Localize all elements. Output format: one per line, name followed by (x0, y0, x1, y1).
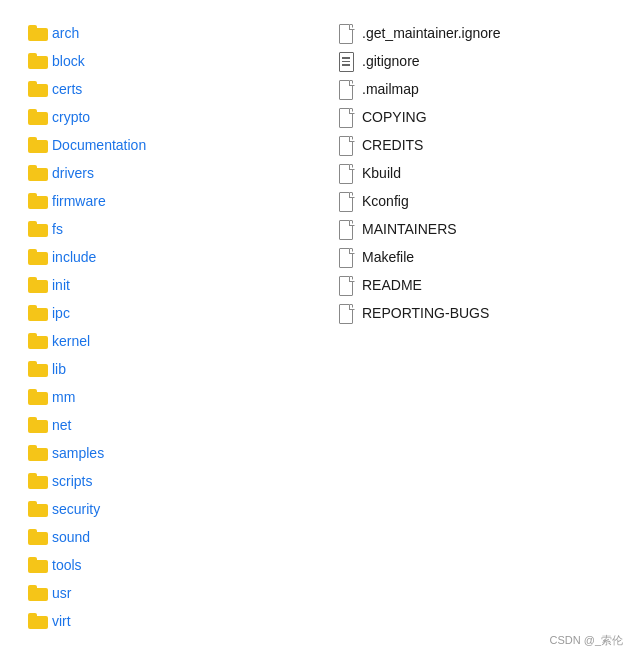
item-label: drivers (52, 165, 94, 181)
folder-item[interactable]: lib (24, 356, 304, 382)
item-label: CREDITS (362, 137, 423, 153)
item-label: README (362, 277, 422, 293)
item-label: Kbuild (362, 165, 401, 181)
folder-icon (28, 305, 46, 321)
file-icon (338, 165, 356, 181)
folder-item[interactable]: virt (24, 608, 304, 634)
item-label: COPYING (362, 109, 427, 125)
folder-item[interactable]: certs (24, 76, 304, 102)
file-icon (338, 25, 356, 41)
file-icon (338, 221, 356, 237)
item-label: block (52, 53, 85, 69)
file-list: archblockcertscryptoDocumentationdrivers… (24, 20, 615, 634)
item-label: .get_maintainer.ignore (362, 25, 501, 41)
file-icon (338, 109, 356, 125)
folder-icon (28, 417, 46, 433)
item-label: include (52, 249, 96, 265)
file-icon (338, 277, 356, 293)
folder-icon (28, 109, 46, 125)
folder-item[interactable]: firmware (24, 188, 304, 214)
file-lines-icon (338, 53, 356, 69)
item-label: crypto (52, 109, 90, 125)
folder-icon (28, 585, 46, 601)
item-label: Makefile (362, 249, 414, 265)
folder-item[interactable]: tools (24, 552, 304, 578)
folder-item[interactable]: init (24, 272, 304, 298)
folder-icon (28, 613, 46, 629)
folder-item[interactable]: include (24, 244, 304, 270)
item-label: REPORTING-BUGS (362, 305, 489, 321)
item-label: tools (52, 557, 82, 573)
folder-icon (28, 445, 46, 461)
file-icon (338, 305, 356, 321)
column-right: .get_maintainer.ignore.gitignore.mailmap… (334, 20, 614, 634)
item-label: ipc (52, 305, 70, 321)
folder-icon (28, 165, 46, 181)
item-label: security (52, 501, 100, 517)
folder-item[interactable]: fs (24, 216, 304, 242)
file-item[interactable]: COPYING (334, 104, 614, 130)
item-label: .gitignore (362, 53, 420, 69)
folder-item[interactable]: drivers (24, 160, 304, 186)
file-icon (338, 81, 356, 97)
file-item[interactable]: Kconfig (334, 188, 614, 214)
item-label: firmware (52, 193, 106, 209)
folder-item[interactable]: kernel (24, 328, 304, 354)
file-item[interactable]: .get_maintainer.ignore (334, 20, 614, 46)
folder-item[interactable]: usr (24, 580, 304, 606)
file-icon (338, 137, 356, 153)
folder-icon (28, 81, 46, 97)
folder-icon (28, 25, 46, 41)
item-label: init (52, 277, 70, 293)
item-label: mm (52, 389, 75, 405)
item-label: .mailmap (362, 81, 419, 97)
file-item[interactable]: Kbuild (334, 160, 614, 186)
folder-item[interactable]: ipc (24, 300, 304, 326)
item-label: samples (52, 445, 104, 461)
folder-icon (28, 473, 46, 489)
file-item[interactable]: .mailmap (334, 76, 614, 102)
folder-item[interactable]: mm (24, 384, 304, 410)
item-label: lib (52, 361, 66, 377)
file-icon (338, 193, 356, 209)
item-label: Kconfig (362, 193, 409, 209)
column-left: archblockcertscryptoDocumentationdrivers… (24, 20, 304, 634)
folder-item[interactable]: crypto (24, 104, 304, 130)
item-label: sound (52, 529, 90, 545)
file-item[interactable]: .gitignore (334, 48, 614, 74)
item-label: usr (52, 585, 71, 601)
folder-icon (28, 389, 46, 405)
folder-icon (28, 193, 46, 209)
item-label: virt (52, 613, 71, 629)
file-item[interactable]: MAINTAINERS (334, 216, 614, 242)
folder-item[interactable]: security (24, 496, 304, 522)
folder-item[interactable]: net (24, 412, 304, 438)
folder-icon (28, 361, 46, 377)
item-label: fs (52, 221, 63, 237)
folder-icon (28, 221, 46, 237)
file-item[interactable]: CREDITS (334, 132, 614, 158)
item-label: kernel (52, 333, 90, 349)
folder-icon (28, 277, 46, 293)
folder-item[interactable]: samples (24, 440, 304, 466)
folder-icon (28, 53, 46, 69)
folder-icon (28, 333, 46, 349)
folder-icon (28, 557, 46, 573)
folder-item[interactable]: sound (24, 524, 304, 550)
file-item[interactable]: REPORTING-BUGS (334, 300, 614, 326)
folder-item[interactable]: scripts (24, 468, 304, 494)
folder-item[interactable]: arch (24, 20, 304, 46)
file-item[interactable]: Makefile (334, 244, 614, 270)
folder-icon (28, 249, 46, 265)
item-label: net (52, 417, 71, 433)
item-label: arch (52, 25, 79, 41)
file-icon (338, 249, 356, 265)
folder-item[interactable]: block (24, 48, 304, 74)
item-label: MAINTAINERS (362, 221, 457, 237)
folder-item[interactable]: Documentation (24, 132, 304, 158)
folder-icon (28, 501, 46, 517)
folder-icon (28, 529, 46, 545)
watermark: CSDN @_索伦 (549, 633, 623, 648)
file-item[interactable]: README (334, 272, 614, 298)
item-label: Documentation (52, 137, 146, 153)
